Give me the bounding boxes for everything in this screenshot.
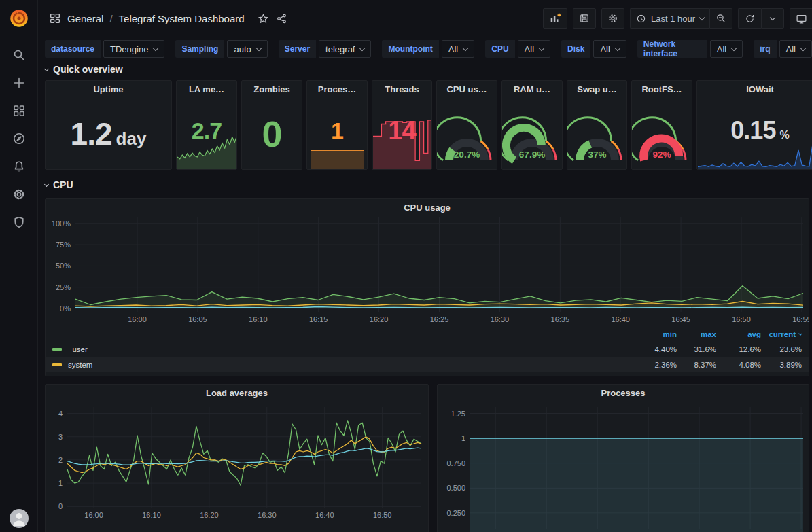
stat-panel-threads: Threads14 bbox=[372, 80, 432, 170]
filter-label[interactable]: irq bbox=[754, 40, 776, 58]
alerting-bell-icon[interactable] bbox=[7, 158, 31, 175]
explore-compass-icon[interactable] bbox=[7, 130, 31, 147]
zoom-out-button[interactable] bbox=[709, 8, 732, 29]
panel-title[interactable]: Load averages bbox=[46, 385, 428, 399]
filter-label[interactable]: datasource bbox=[45, 40, 101, 58]
clock-icon bbox=[636, 14, 646, 24]
filter-label[interactable]: Sampling bbox=[175, 40, 224, 58]
user-avatar[interactable] bbox=[10, 509, 29, 528]
filter-network-interface: Network interfaceAll bbox=[637, 40, 743, 58]
filter-label[interactable]: Server bbox=[279, 40, 316, 58]
time-picker[interactable]: Last 1 hour bbox=[630, 8, 709, 29]
refresh-interval-dropdown[interactable] bbox=[761, 8, 784, 29]
breadcrumb-separator: / bbox=[109, 13, 112, 24]
dashboard-actions: Last 1 hour bbox=[543, 8, 804, 29]
dashboard-settings-button[interactable] bbox=[601, 8, 624, 29]
svg-text:16:50: 16:50 bbox=[373, 511, 392, 519]
panel-title[interactable]: Processes bbox=[438, 385, 809, 399]
stat-panel-processes: Proces…1 bbox=[306, 80, 368, 170]
filter-label[interactable]: Disk bbox=[561, 40, 590, 58]
legend-value: 23.6% bbox=[761, 345, 802, 353]
panel-title[interactable]: LA me… bbox=[177, 81, 236, 95]
panel-title[interactable]: Threads bbox=[372, 81, 431, 95]
stat-panel-cpu_used: CPU us…20.7% bbox=[436, 80, 497, 170]
legend-sort-avg[interactable]: avg bbox=[716, 330, 761, 338]
svg-text:25%: 25% bbox=[56, 283, 71, 291]
filter-mountpoint: MountpointAll bbox=[382, 40, 474, 58]
search-icon[interactable] bbox=[7, 47, 31, 63]
legend-sort-current[interactable]: current bbox=[761, 330, 802, 338]
svg-text:67.9%: 67.9% bbox=[519, 149, 545, 160]
stat-value: 0.15% bbox=[698, 116, 812, 145]
star-icon[interactable] bbox=[258, 13, 269, 24]
row-header-quick-overview[interactable]: Quick overview bbox=[45, 60, 812, 79]
server-admin-shield-icon[interactable] bbox=[7, 214, 31, 230]
legend-sort-min[interactable]: min bbox=[635, 330, 677, 338]
panel-title[interactable]: CPU usage bbox=[46, 199, 809, 213]
panel-processes: Processes 0.2500.5000.75011.25 bbox=[437, 384, 809, 532]
panel-title[interactable]: Zombies bbox=[242, 81, 302, 95]
svg-text:16:25: 16:25 bbox=[430, 315, 449, 323]
stat-value: 1.2day bbox=[46, 116, 171, 152]
svg-text:16:00: 16:00 bbox=[84, 511, 103, 519]
filter-value-dropdown[interactable]: telegraf bbox=[319, 40, 371, 58]
stat-panel-la: LA me…2.7 bbox=[176, 80, 237, 170]
filter-label[interactable]: Network interface bbox=[637, 40, 707, 58]
panel-title[interactable]: Proces… bbox=[307, 81, 367, 95]
series-color-swatch bbox=[52, 363, 62, 366]
filter-label[interactable]: CPU bbox=[485, 40, 514, 58]
chevron-down-icon bbox=[798, 332, 802, 336]
save-dashboard-button[interactable] bbox=[573, 8, 596, 29]
legend-sort-max[interactable]: max bbox=[677, 330, 716, 338]
panel-title[interactable]: RAM u… bbox=[502, 81, 562, 95]
chevron-down-icon bbox=[800, 45, 806, 50]
sidebar-menu bbox=[7, 47, 31, 230]
legend-value: 1.34% bbox=[761, 376, 802, 377]
grafana-logo-icon[interactable] bbox=[7, 6, 31, 29]
processes-chart[interactable]: 0.2500.5000.75011.25 bbox=[438, 399, 809, 532]
row-header-cpu[interactable]: CPU bbox=[45, 175, 812, 194]
share-icon[interactable] bbox=[276, 13, 287, 24]
stat-panel-zombies: Zombies0 bbox=[241, 80, 302, 170]
panel-title[interactable]: CPU us… bbox=[437, 81, 497, 95]
refresh-button[interactable] bbox=[738, 8, 761, 29]
configuration-gear-icon[interactable] bbox=[7, 186, 31, 202]
filter-value-dropdown[interactable]: All bbox=[442, 40, 474, 58]
chevron-down-icon bbox=[770, 14, 775, 20]
legend-header-row: minmaxavgcurrent bbox=[46, 327, 809, 341]
legend-value: 3.89% bbox=[761, 361, 802, 369]
breadcrumb-folder[interactable]: General bbox=[67, 13, 103, 24]
panel-title[interactable]: Swap u… bbox=[567, 81, 626, 95]
cpu-usage-chart[interactable]: 0%25%50%75%100%16:0016:0516:1016:1516:20… bbox=[46, 213, 809, 327]
filter-value-dropdown[interactable]: auto bbox=[227, 40, 267, 58]
filter-value-dropdown[interactable]: TDengine bbox=[103, 40, 164, 58]
page-title[interactable]: Telegraf System Dashboard bbox=[119, 13, 245, 24]
filter-value-dropdown[interactable]: All bbox=[518, 40, 550, 58]
filter-value-dropdown[interactable]: All bbox=[593, 40, 626, 58]
legend-value: 8.37% bbox=[677, 361, 716, 369]
filter-sampling: Samplingauto bbox=[175, 40, 267, 58]
svg-text:75%: 75% bbox=[56, 241, 71, 249]
dashboards-icon[interactable] bbox=[7, 103, 31, 119]
gauge: 20.7% bbox=[438, 116, 496, 164]
add-panel-button[interactable] bbox=[543, 8, 567, 29]
stat-panel-iowait: IOWait0.15% bbox=[696, 80, 812, 170]
filter-label[interactable]: Mountpoint bbox=[382, 40, 438, 58]
stat-panel-ram_used: RAM u…67.9% bbox=[501, 80, 563, 170]
panel-title[interactable]: RootFS… bbox=[632, 81, 692, 95]
panel-title[interactable]: Uptime bbox=[46, 81, 171, 95]
load-averages-chart[interactable]: 0123416:0016:1016:2016:3016:4016:50 bbox=[46, 399, 428, 532]
stat-panel-swap_used: Swap u…37% bbox=[567, 80, 627, 170]
legend-row-iowait: iowait0.696%4.11%1.18%1.34% bbox=[46, 372, 809, 376]
create-plus-icon[interactable] bbox=[7, 75, 31, 91]
series-color-swatch bbox=[52, 348, 62, 351]
legend-series-toggle[interactable]: system bbox=[52, 361, 635, 369]
panel-title[interactable]: IOWait bbox=[697, 81, 812, 95]
legend-series-toggle[interactable]: _user bbox=[52, 345, 635, 353]
legend-series-toggle[interactable]: iowait bbox=[52, 376, 635, 377]
chevron-down-icon bbox=[539, 45, 544, 50]
filter-value-dropdown[interactable]: All bbox=[779, 40, 812, 58]
svg-text:0.500: 0.500 bbox=[446, 484, 465, 492]
cycle-view-button[interactable] bbox=[790, 8, 812, 29]
filter-value-dropdown[interactable]: All bbox=[710, 40, 743, 58]
